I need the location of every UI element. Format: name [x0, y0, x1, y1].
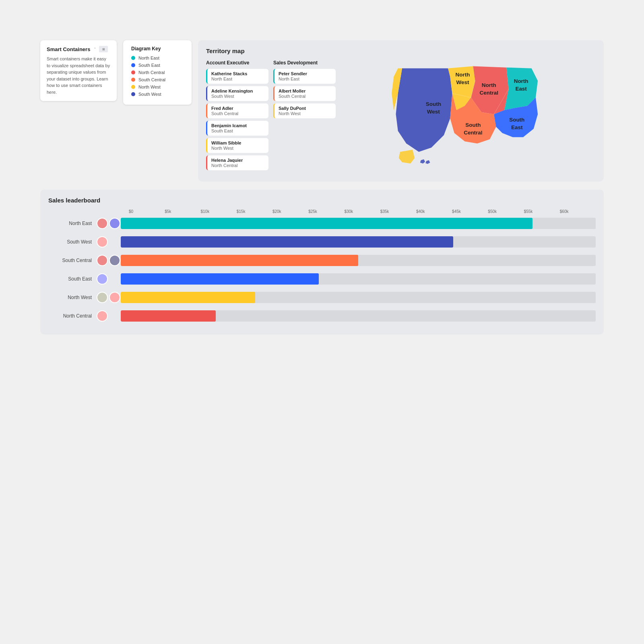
key-label: South West	[138, 92, 161, 97]
account-name: William Sibble	[211, 140, 264, 145]
account-name: Katherine Stacks	[211, 71, 264, 76]
ae-column: Account Executive Katherine StacksNorth …	[206, 60, 268, 173]
bar-track	[121, 255, 596, 266]
account-card[interactable]: Fred AdlerSouth Central	[206, 103, 268, 118]
us-map-svg: South West North West North Central Sout…	[342, 60, 596, 173]
account-region: North Central	[211, 163, 264, 168]
account-region: North East	[211, 76, 264, 81]
bar-avatars	[97, 273, 121, 285]
avatar	[109, 255, 120, 266]
bar-row: North Central	[48, 309, 596, 323]
axis-label: $0	[129, 209, 165, 214]
sd-header: Sales Development	[273, 60, 336, 66]
axis-label: $25k	[308, 209, 344, 214]
account-card[interactable]: Peter SendlerNorth East	[273, 69, 336, 84]
key-label: North East	[138, 56, 159, 60]
account-region: North West	[279, 111, 332, 116]
bar-avatars	[97, 236, 121, 248]
territory-panel-title: Territory map	[206, 47, 596, 54]
bar-fill	[121, 218, 533, 229]
key-dot	[131, 63, 135, 67]
bar-row-label: South West	[48, 239, 97, 245]
bar-fill	[121, 310, 216, 322]
axis-label: $15k	[237, 209, 272, 214]
key-item: South West	[131, 92, 184, 97]
key-label: South East	[138, 63, 160, 68]
svg-text:North: North	[482, 82, 496, 88]
bar-fill	[121, 273, 319, 285]
svg-text:East: East	[511, 124, 523, 130]
bar-row: North West	[48, 290, 596, 305]
smart-containers-card: Smart Containers ⌃ ⊞ Smart containers ma…	[40, 40, 117, 101]
bar-track	[121, 292, 596, 303]
key-dot	[131, 70, 135, 74]
territory-content: Account Executive Katherine StacksNorth …	[206, 60, 596, 174]
account-card[interactable]: Katherine StacksNorth East	[206, 69, 268, 84]
key-dot	[131, 78, 135, 82]
svg-text:North: North	[514, 78, 528, 84]
key-item: South Central	[131, 77, 184, 82]
key-label: South Central	[138, 77, 165, 82]
territory-panel: Territory map Account Executive Katherin…	[198, 40, 604, 182]
leaderboard-panel: Sales leaderboard $0$5k$10k$15k$20k$25k$…	[40, 190, 604, 334]
account-card[interactable]: William SibbleNorth West	[206, 138, 268, 153]
bar-avatars	[97, 255, 121, 266]
bar-track	[121, 310, 596, 322]
smart-card-description: Smart containers make it easy to visuali…	[47, 56, 110, 95]
bar-row: South Central	[48, 253, 596, 268]
key-dot	[131, 85, 135, 89]
avatar	[109, 218, 120, 229]
axis-label: $10k	[200, 209, 236, 214]
account-card[interactable]: Benjamin IcamotSouth East	[206, 121, 268, 136]
svg-text:West: West	[427, 109, 440, 115]
account-columns: Account Executive Katherine StacksNorth …	[206, 60, 336, 173]
smart-card-grid-icon: ⊞	[99, 46, 108, 52]
account-name: Sally DuPont	[279, 106, 332, 111]
bar-row-label: South East	[48, 276, 97, 282]
bar-fill	[121, 255, 358, 266]
ae-header: Account Executive	[206, 60, 268, 66]
avatar	[97, 310, 108, 322]
avatar	[97, 255, 108, 266]
account-region: North East	[279, 76, 332, 81]
diagram-key-panel: Diagram Key North EastSouth EastNorth Ce…	[123, 40, 192, 105]
key-dot	[131, 56, 135, 60]
account-card[interactable]: Albert MollerSouth Central	[273, 86, 336, 101]
ae-cards-container: Katherine StacksNorth EastAdeline Kensin…	[206, 69, 268, 170]
bar-row: South East	[48, 272, 596, 286]
axis-label: $5k	[165, 209, 200, 214]
smart-card-title: Smart Containers	[47, 46, 90, 52]
axis-label: $50k	[488, 209, 524, 214]
key-items: North EastSouth EastNorth CentralSouth C…	[131, 56, 184, 97]
diagram-key-title: Diagram Key	[131, 46, 184, 52]
key-item: North West	[131, 85, 184, 89]
axis-label: $55k	[524, 209, 560, 214]
account-name: Helena Jaquier	[211, 158, 264, 163]
bar-avatars	[97, 218, 121, 229]
top-row: Smart Containers ⌃ ⊞ Smart containers ma…	[40, 40, 604, 182]
account-card[interactable]: Sally DuPontNorth West	[273, 103, 336, 118]
account-name: Adeline Kensington	[211, 89, 264, 93]
bar-avatars	[97, 310, 121, 322]
bar-row-label: North West	[48, 295, 97, 300]
bar-track	[121, 273, 596, 285]
sd-column: Sales Development Peter SendlerNorth Eas…	[273, 60, 336, 173]
avatar	[97, 218, 108, 229]
bar-fill	[121, 236, 453, 248]
key-label: North West	[138, 85, 161, 89]
account-name: Fred Adler	[211, 106, 264, 111]
bar-fill	[121, 292, 255, 303]
account-region: South Central	[279, 94, 332, 99]
account-card[interactable]: Adeline KensingtonSouth West	[206, 86, 268, 101]
smart-card-icon-placeholder: ⌃	[93, 47, 97, 51]
account-card[interactable]: Helena JaquierNorth Central	[206, 155, 268, 170]
account-region: South Central	[211, 111, 264, 116]
page-wrapper: Smart Containers ⌃ ⊞ Smart containers ma…	[40, 16, 604, 334]
account-name: Benjamin Icamot	[211, 123, 264, 128]
key-item: North Central	[131, 70, 184, 75]
account-region: North West	[211, 146, 264, 151]
axis-label: $40k	[416, 209, 452, 214]
account-name: Peter Sendler	[279, 71, 332, 76]
svg-text:East: East	[515, 86, 527, 92]
avatar	[97, 292, 108, 303]
